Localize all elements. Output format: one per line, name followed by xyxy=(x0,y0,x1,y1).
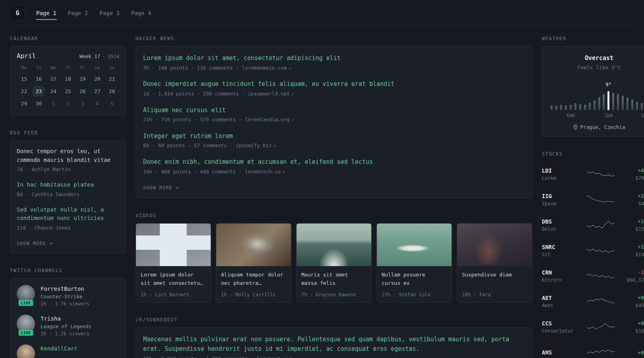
stock-info: LDILorem xyxy=(542,167,580,181)
calendar-day: 16 xyxy=(31,73,46,85)
story-title-link[interactable]: Lorem ipsum dolor sit amet, consectetur … xyxy=(143,54,341,63)
stock-row[interactable]: CCSConsectetur+0.51%$165.84 xyxy=(542,314,644,340)
stock-sparkline xyxy=(586,346,615,358)
avatar xyxy=(17,344,35,358)
video-card: Aliquam tempor dolor nec pharetra…1h · M… xyxy=(216,223,291,303)
subreddit-post: Maecenas mollis pulvinar erat non posuer… xyxy=(143,335,525,358)
stock-change: +2.84% xyxy=(621,193,644,199)
tab-page-2[interactable]: Page 2 xyxy=(68,7,89,19)
video-title-link[interactable]: Suspendisse diam xyxy=(462,271,527,279)
video-title-link[interactable]: Lorem ipsum dolor sit amet consectetu… xyxy=(141,271,206,288)
weather-bar-cell xyxy=(564,105,568,110)
rss-show-more-button[interactable]: SHOW MORE xyxy=(17,241,53,246)
post-title-link[interactable]: Maecenas mollis pulvinar erat non posuer… xyxy=(143,335,525,354)
calendar-day: 20 xyxy=(90,73,105,85)
external-link-icon: ↗ xyxy=(294,356,297,358)
calendar-card: April Week 17·2024 MoTuWeThFrSaSu 151617… xyxy=(10,46,126,116)
rss-item-title[interactable]: Sed volutpat nulla nisl, a condimentum n… xyxy=(17,206,119,223)
stock-name: Amet xyxy=(542,303,580,308)
weather-bar-cell xyxy=(582,105,587,110)
story-title-link[interactable]: Donec imperdiet augue tincidunt felis al… xyxy=(143,80,394,89)
tab-page-4[interactable]: Page 4 xyxy=(131,7,152,19)
stock-row[interactable]: CRNBitcorn-1.00%$66,171.48 xyxy=(542,263,644,289)
stock-row[interactable]: IIGIpsum+2.84%$42.04 xyxy=(542,187,644,212)
stock-change: +0.92% xyxy=(621,295,644,301)
weather-bar xyxy=(570,105,572,110)
rss-item-title[interactable]: Donec tempor eros leo, ut commodo mauris… xyxy=(17,147,119,164)
twitch-channel-row[interactable]: LIVETrishaLeague of Legends3h · 1.2k vie… xyxy=(17,315,119,337)
weather-condition: Overcast xyxy=(549,54,644,62)
stock-row[interactable]: AETAmet+0.92%$499.72 xyxy=(542,289,644,314)
calendar-day-header: Su xyxy=(105,60,119,73)
story-title-link[interactable]: Integer eget rutrum lorem xyxy=(143,132,233,141)
story-stats: 3h · 148 points · 116 comments · xyxy=(143,65,242,71)
app-logo[interactable]: G xyxy=(10,6,25,21)
video-thumbnail[interactable] xyxy=(377,224,452,266)
stock-row[interactable]: LDILorem+4.35%$795.18 xyxy=(542,161,644,187)
stock-symbol: AHS xyxy=(542,349,580,356)
stock-values: +0.51%$165.84 xyxy=(621,320,644,334)
twitch-avatar-wrap: LIVE xyxy=(17,285,35,303)
calendar-day-number: 16 xyxy=(33,74,44,84)
weather-bar-cell xyxy=(621,95,625,110)
video-card-body: Suspendisse diam18h · Tara xyxy=(457,266,532,302)
calendar-week-info: Week 17·2024 xyxy=(80,53,119,59)
twitch-channel-name[interactable]: Trisha xyxy=(41,315,91,322)
story-title-link[interactable]: Aliquam nec cursus elit xyxy=(143,106,226,115)
twitch-channel-row[interactable]: LIVEForrestBurtonCounter-Strike1h · 1.7k… xyxy=(17,285,119,307)
story-title-link[interactable]: Donec enim nibh, condimentum et accumsan… xyxy=(143,158,373,167)
stock-row[interactable]: SNRCSit+1.36%$148.64 xyxy=(542,238,644,263)
video-thumbnail[interactable] xyxy=(297,224,371,266)
rss-item-meta: 8d · Cynthia Saunders xyxy=(17,191,119,198)
tab-page-1[interactable]: Page 1 xyxy=(36,7,57,19)
stocks-list: LDILorem+4.35%$795.18IIGIpsum+2.84%$42.0… xyxy=(542,161,644,358)
external-link-icon: ↗ xyxy=(288,66,291,71)
weather-bar xyxy=(555,106,557,110)
weather-bar-cell xyxy=(625,97,630,110)
video-title-link[interactable]: Aliquam tempor dolor nec pharetra… xyxy=(221,271,286,288)
video-card-body: Nullam posuere cursus ex17h · Stefan Col… xyxy=(377,266,452,302)
weather-bar xyxy=(551,105,553,110)
video-thumbnail[interactable] xyxy=(457,224,532,266)
story-domain-link[interactable]: loremtech.co↗ xyxy=(245,169,285,175)
video-card-body: Aliquam tempor dolor nec pharetra…1h · M… xyxy=(216,266,291,302)
calendar-day-number: 1 xyxy=(48,99,59,109)
weather-bar xyxy=(584,105,586,110)
weather-bar-cell xyxy=(578,104,582,110)
video-title-link[interactable]: Mauris sit amet massa felis xyxy=(301,271,367,288)
story-stats: 1d · 1,414 points · 299 comments · xyxy=(143,91,248,97)
stock-symbol: CCS xyxy=(542,320,580,327)
weather-bar-cell xyxy=(559,105,564,110)
twitch-channel-meta: 3h · 1.2k viewers xyxy=(41,331,91,337)
calendar-week-label: Week 17 xyxy=(80,53,101,59)
stock-change: +4.35% xyxy=(621,167,644,173)
calendar-month: April xyxy=(17,52,36,60)
left-column: CALENDAR April Week 17·2024 MoTuWeThFrSa… xyxy=(10,36,126,358)
stock-price: $795.18 xyxy=(621,175,644,181)
tab-page-3[interactable]: Page 3 xyxy=(99,7,120,19)
video-thumbnail[interactable] xyxy=(136,224,211,266)
video-title-link[interactable]: Nullam posuere cursus ex xyxy=(382,271,447,288)
story-domain-link[interactable]: ipsumworld.net↗ xyxy=(248,91,294,97)
videos-widget: VIDEOS Lorem ipsum dolor sit amet consec… xyxy=(136,213,532,303)
twitch-channel-name[interactable]: KendallCarr xyxy=(41,344,78,352)
stock-row[interactable]: DBSDolor+1.42%$156.28 xyxy=(542,212,644,238)
twitch-channel-row[interactable]: KendallCarr xyxy=(17,344,119,358)
calendar-day-number: 28 xyxy=(107,86,118,96)
stock-row[interactable]: AHS+0.46% xyxy=(542,340,644,358)
weather-bar-current xyxy=(607,91,609,110)
stock-values: +1.36%$148.64 xyxy=(621,244,644,257)
weather-hour-label: 10pm xyxy=(641,113,644,118)
video-thumbnail[interactable] xyxy=(216,224,291,266)
weather-bar xyxy=(598,97,600,110)
hackernews-widget: HACKER NEWS Lorem ipsum dolor sit amet, … xyxy=(136,36,532,198)
story-domain-link[interactable]: loremlandia.org↗ xyxy=(245,117,294,123)
post-domain-link[interactable]: loremnet.xyz↗ xyxy=(257,356,297,358)
section-title-videos: VIDEOS xyxy=(136,213,532,218)
story-domain-link[interactable]: ipsumify.biz↗ xyxy=(236,142,276,148)
rss-item-title[interactable]: In hac habitasse platea xyxy=(17,181,119,189)
stock-sparkline xyxy=(586,270,615,282)
hackernews-show-more-button[interactable]: SHOW MORE xyxy=(143,185,180,191)
twitch-channel-name[interactable]: ForrestBurton xyxy=(41,285,89,292)
story-domain-link[interactable]: loremdomain.com↗ xyxy=(242,65,291,71)
